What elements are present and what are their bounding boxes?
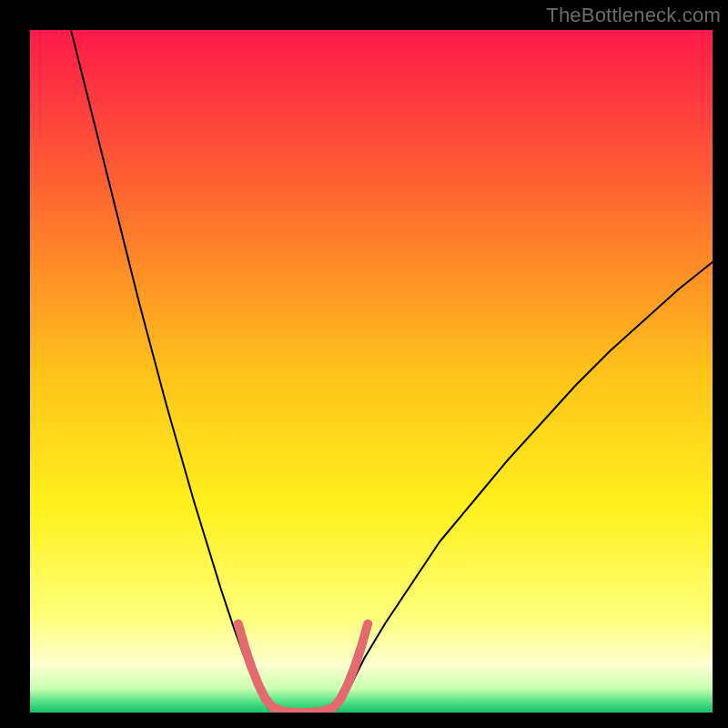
- bottleneck-chart: [30, 30, 713, 713]
- chart-background: [30, 30, 713, 713]
- chart-frame: TheBottleneck.com: [0, 0, 728, 728]
- watermark-text: TheBottleneck.com: [546, 4, 721, 27]
